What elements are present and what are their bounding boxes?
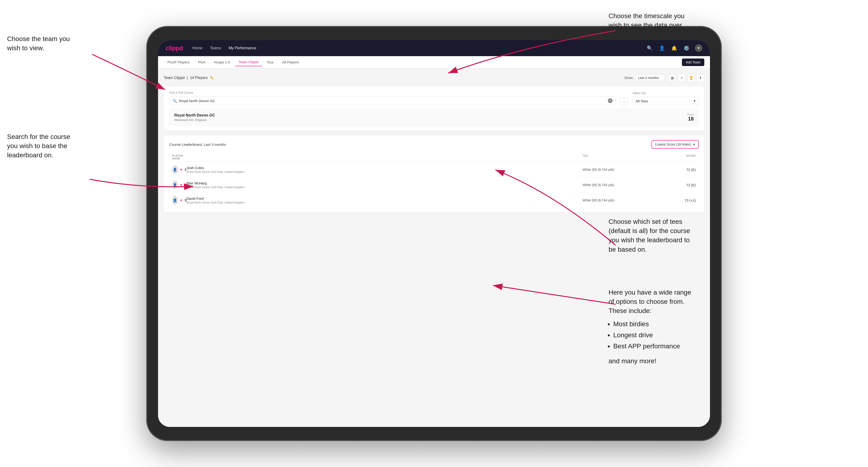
add-team-button[interactable]: Add Team bbox=[682, 59, 704, 66]
table-row: 👤 ♥ 1 Josh Coles Royal North Devon Golf … bbox=[169, 162, 699, 177]
course-name: Royal North Devon GC bbox=[174, 113, 215, 118]
player-club-3: Royal North Devon Golf Club, United King… bbox=[186, 201, 583, 204]
search-input-wrapper: 🔍 ✕ bbox=[169, 96, 616, 105]
annotation-options: Here you have a wide range of options to… bbox=[609, 288, 691, 366]
tee-select-wrapper[interactable]: All Tees ▾ bbox=[632, 97, 699, 105]
annotation-options-text: Here you have a wide range of options to… bbox=[609, 289, 691, 314]
player-info-3: David Ford Royal North Devon Golf Club, … bbox=[186, 196, 583, 204]
favorite-button[interactable]: ☆ bbox=[620, 98, 628, 105]
download-icon[interactable]: ⬇ bbox=[697, 74, 704, 82]
holes-number: 18 bbox=[687, 116, 694, 122]
course-holes: Holes 18 bbox=[687, 113, 694, 122]
tab-all-players[interactable]: All Players bbox=[278, 58, 303, 66]
bullet-list: Most birdies Longest drive Best APP perf… bbox=[613, 319, 691, 351]
tab-team-clippd[interactable]: Team Clippd bbox=[235, 58, 262, 66]
score-type-select[interactable]: Lowest Score (18 holes) ▾ bbox=[651, 140, 699, 149]
search-row: Find a Golf Course 🔍 ✕ ☆ Select Tee A bbox=[169, 91, 699, 105]
search-icon-inner: 🔍 bbox=[173, 99, 177, 103]
users-icon[interactable]: 👤 bbox=[658, 44, 665, 52]
col-tee: TEE bbox=[583, 154, 653, 160]
annotation-extra: and many more! bbox=[609, 356, 691, 366]
search-input[interactable] bbox=[179, 99, 606, 103]
score-col-1: 72 (E) bbox=[653, 168, 696, 172]
show-label: Show: bbox=[624, 76, 633, 80]
app-logo: clippd bbox=[165, 44, 183, 52]
annotation-course-search: Search for the course you wish to base t… bbox=[7, 132, 70, 160]
annotation-tees: Choose which set of tees (default is all… bbox=[609, 217, 690, 254]
settings-icon[interactable]: ⚙️ bbox=[683, 44, 690, 52]
leaderboard-table: PLAYER NAME TEE SCORE 👤 ♥ 1 bbox=[169, 152, 699, 208]
tee-col-2: White (M) (6,744 yds) bbox=[583, 183, 653, 187]
tee-col-3: White (M) (6,744 yds) bbox=[583, 198, 653, 202]
tab-pgat-players[interactable]: PGAT Players bbox=[164, 58, 193, 66]
heart-icon-3[interactable]: ♥ bbox=[180, 198, 182, 202]
course-search-field: Find a Golf Course 🔍 ✕ bbox=[169, 91, 616, 105]
tee-value: All Tees bbox=[636, 99, 648, 103]
player-name-1: Josh Coles bbox=[186, 166, 583, 170]
col-player-name: PLAYER NAME bbox=[172, 154, 186, 160]
team-edit-icon[interactable]: ✏️ bbox=[210, 76, 214, 80]
grid-view-icon[interactable]: ▦ bbox=[669, 74, 676, 82]
tee-select-field: Select Tee All Tees ▾ bbox=[632, 92, 699, 105]
tee-chevron-icon: ▾ bbox=[694, 99, 695, 103]
player-name-3: David Ford bbox=[186, 196, 583, 200]
tee-label: Select Tee bbox=[632, 92, 699, 95]
leaderboard-header: Course Leaderboard, Last 3 months Lowest… bbox=[169, 140, 699, 149]
team-title: Team Clippd | 14 Players bbox=[164, 76, 208, 80]
leaderboard-title: Course Leaderboard, Last 3 months bbox=[169, 143, 226, 147]
player-info-2: Blair McHarg Royal North Devon Golf Club… bbox=[186, 181, 583, 189]
show-select[interactable]: Last 3 months bbox=[636, 75, 665, 81]
table-row: 👤 ♥ 3 David Ford Royal North Devon Golf … bbox=[169, 193, 699, 208]
search-icon[interactable]: 🔍 bbox=[646, 44, 653, 52]
bell-icon[interactable]: 🔔 bbox=[670, 44, 678, 52]
heart-icon-2[interactable]: ♥ bbox=[180, 183, 182, 187]
bullet-app: Best APP performance bbox=[613, 342, 691, 351]
course-result-info: Royal North Devon GC Westward Ho!, Engla… bbox=[174, 113, 215, 122]
player-rank-col-2: 👤 ♥ 1 bbox=[172, 181, 186, 189]
course-result[interactable]: Royal North Devon GC Westward Ho!, Engla… bbox=[169, 109, 699, 126]
heart-icon-1[interactable]: ♥ bbox=[180, 168, 182, 172]
nav-home[interactable]: Home bbox=[192, 46, 203, 50]
search-card: Find a Golf Course 🔍 ✕ ☆ Select Tee A bbox=[164, 86, 704, 131]
rank-2: 1 bbox=[184, 183, 186, 187]
col-score: SCORE bbox=[653, 154, 696, 160]
player-rank-col-1: 👤 ♥ 1 bbox=[172, 165, 186, 174]
annotation-team-choice: Choose the team you wish to view. bbox=[7, 34, 70, 53]
tee-col-1: White (M) (6,744 yds) bbox=[583, 168, 653, 172]
list-view-icon[interactable]: ≡ bbox=[678, 74, 685, 82]
player-avatar-1: 👤 bbox=[172, 165, 178, 174]
player-avatar-3: 👤 bbox=[172, 196, 178, 205]
find-course-label: Find a Golf Course bbox=[169, 91, 616, 94]
bullet-birdies: Most birdies bbox=[613, 319, 691, 329]
table-row: 👤 ♥ 1 Blair McHarg Royal North Devon Gol… bbox=[169, 177, 699, 193]
player-info-1: Josh Coles Royal North Devon Golf Club, … bbox=[186, 166, 583, 174]
nav-icons: 🔍 👤 🔔 ⚙️ ▼ bbox=[646, 44, 703, 52]
player-name-2: Blair McHarg bbox=[186, 181, 583, 185]
nav-links: Home Teams My Performance bbox=[192, 46, 637, 50]
tab-tour[interactable]: Tour bbox=[263, 58, 277, 66]
nav-teams[interactable]: Teams bbox=[210, 46, 221, 50]
course-location: Westward Ho!, England bbox=[174, 118, 215, 122]
holes-label: Holes bbox=[687, 113, 694, 116]
player-avatar-2: 👤 bbox=[172, 181, 178, 189]
leaderboard-card: Course Leaderboard, Last 3 months Lowest… bbox=[164, 135, 704, 213]
col-tee-spacer bbox=[186, 154, 583, 160]
bullet-drive: Longest drive bbox=[613, 331, 691, 340]
player-rank-col-3: 👤 ♥ 3 bbox=[172, 196, 186, 205]
trophy-icon[interactable]: 🏆 bbox=[687, 74, 695, 82]
clear-search-button[interactable]: ✕ bbox=[608, 98, 613, 103]
rank-3: 3 bbox=[184, 198, 186, 202]
score-col-3: 73 (+1) bbox=[653, 198, 696, 203]
tab-hcaps[interactable]: Hcaps 1-5 bbox=[210, 58, 234, 66]
tab-pga[interactable]: PGA bbox=[194, 58, 210, 66]
team-header-row: Team Clippd | 14 Players ✏️ Show: Last 3… bbox=[164, 74, 704, 82]
avatar[interactable]: ▼ bbox=[695, 44, 703, 52]
player-club-1: Royal North Devon Golf Club, United King… bbox=[186, 170, 583, 174]
player-club-2: Royal North Devon Golf Club, United King… bbox=[186, 186, 583, 189]
view-icons: ▦ ≡ 🏆 ⬇ bbox=[669, 74, 704, 82]
annotation-timescale: Choose the timescale you wish to see the… bbox=[609, 11, 684, 30]
sub-nav: PGAT Players PGA Hcaps 1-5 Team Clippd T… bbox=[158, 56, 710, 68]
score-type-chevron-icon: ▾ bbox=[693, 143, 695, 146]
nav-my-performance[interactable]: My Performance bbox=[228, 46, 256, 50]
rank-1: 1 bbox=[184, 168, 186, 172]
